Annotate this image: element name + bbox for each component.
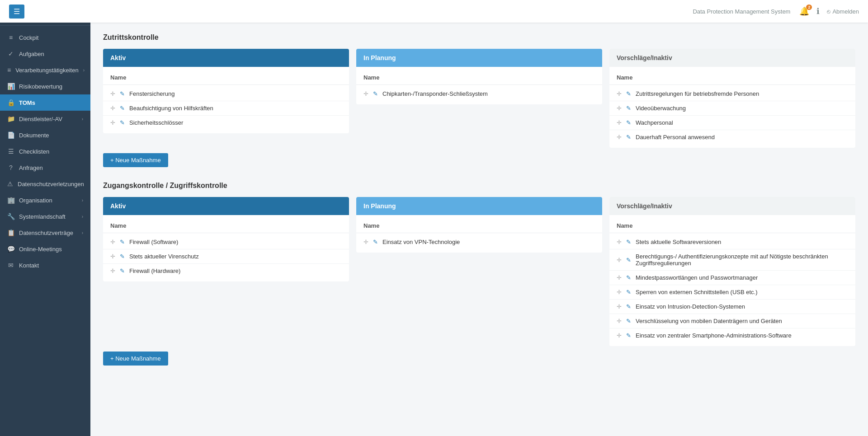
section-zugangskontrolle: Zugangskontrolle / ZugriffskontrolleAkti… (103, 182, 855, 366)
sidebar-item-dokumente[interactable]: 📄 Dokumente (0, 127, 90, 143)
card-col-header: Name (609, 70, 855, 85)
sidebar-item-dienstleister-av[interactable]: 📁 Dienstleister/-AV › (0, 111, 90, 127)
sidebar-item-systemlandschaft[interactable]: 🔧 Systemlandschaft › (0, 208, 90, 225)
sidebar-item-risikobewertung[interactable]: 📊 Risikobewertung (0, 78, 90, 94)
section-zutrittskontrolle: ZutrittskontrolleAktivName ✛ ✎ Fenstersi… (103, 33, 855, 167)
card-header-vorschlag: Vorschläge/Inaktiv (609, 49, 855, 67)
drag-handle-icon[interactable]: ✛ (617, 119, 622, 126)
row-text: Firewall (Hardware) (129, 267, 342, 274)
card-body: Name ✛ ✎ Chipkarten-/Transponder-Schließ… (356, 67, 602, 104)
edit-icon[interactable]: ✎ (626, 90, 631, 97)
card-row: ✛ ✎ Berechtigungs-/ Authentifizierungsko… (609, 249, 855, 271)
section-title: Zugangskontrolle / Zugriffskontrolle (103, 182, 855, 190)
edit-icon[interactable]: ✎ (120, 119, 125, 126)
dienstleister-av-icon: 📁 (7, 115, 14, 122)
card-row: ✛ ✎ Wachpersonal (609, 116, 855, 130)
risikobewertung-icon: 📊 (7, 83, 14, 90)
card-body: Name ✛ ✎ Einsatz von VPN-Technologie (356, 215, 602, 253)
drag-handle-icon[interactable]: ✛ (617, 332, 622, 339)
sidebar-item-label: Dokumente (19, 132, 49, 139)
edit-icon[interactable]: ✎ (626, 274, 631, 281)
sidebar-item-datenschutzvertraege[interactable]: 📋 Datenschutzverträge › (0, 225, 90, 241)
drag-handle-icon[interactable]: ✛ (617, 274, 622, 281)
edit-icon[interactable]: ✎ (626, 239, 631, 245)
sidebar-item-label: Anfragen (19, 164, 43, 171)
drag-handle-icon[interactable]: ✛ (617, 105, 622, 112)
drag-handle-icon[interactable]: ✛ (110, 267, 115, 274)
drag-handle-icon[interactable]: ✛ (363, 239, 368, 245)
drag-handle-icon[interactable]: ✛ (617, 134, 622, 141)
drag-handle-icon[interactable]: ✛ (617, 303, 622, 310)
card-header-vorschlag: Vorschläge/Inaktiv (609, 197, 855, 215)
edit-icon[interactable]: ✎ (120, 267, 125, 274)
sidebar-item-organisation[interactable]: 🏢 Organisation › (0, 192, 90, 208)
sidebar-item-toms[interactable]: 🔒 TOMs (0, 94, 90, 111)
info-icon[interactable]: ℹ (816, 6, 820, 16)
edit-icon[interactable]: ✎ (626, 257, 631, 263)
sidebar-item-label: Organisation (19, 197, 52, 204)
add-massnahme-button[interactable]: + Neue Maßnahme (103, 352, 168, 366)
drag-handle-icon[interactable]: ✛ (617, 90, 622, 97)
sidebar-item-online-meetings[interactable]: 💬 Online-Meetings (0, 241, 90, 257)
edit-icon[interactable]: ✎ (626, 119, 631, 126)
card-col-header: Name (356, 219, 602, 233)
edit-icon[interactable]: ✎ (626, 134, 631, 141)
drag-handle-icon[interactable]: ✛ (110, 90, 115, 97)
card-row: ✛ ✎ Videoüberwachung (609, 101, 855, 116)
drag-handle-icon[interactable]: ✛ (617, 289, 622, 295)
sidebar-item-aufgaben[interactable]: ✓ Aufgaben (0, 46, 90, 62)
card-aktiv: AktivName ✛ ✎ Firewall (Software) ✛ ✎ St… (103, 197, 349, 281)
card-row: ✛ ✎ Stets aktuelle Softwareversionen (609, 235, 855, 249)
card-row: ✛ ✎ Dauerhaft Personal anwesend (609, 130, 855, 144)
logout-button[interactable]: ⎋ Abmelden (827, 8, 859, 15)
card-row: ✛ ✎ Firewall (Hardware) (103, 264, 349, 278)
sidebar-item-label: Dienstleister/-AV (19, 116, 62, 122)
card-row: ✛ ✎ Firewall (Software) (103, 235, 349, 249)
sidebar-item-label: Verarbeitungstätigkeiten (15, 67, 78, 74)
toms-icon: 🔒 (7, 99, 14, 106)
row-text: Stets aktuelle Softwareversionen (636, 239, 848, 245)
edit-icon[interactable]: ✎ (120, 105, 125, 112)
row-text: Chipkarten-/Transponder-Schließsystem (382, 90, 595, 97)
edit-icon[interactable]: ✎ (626, 289, 631, 295)
sidebar-item-label: Cockpit (19, 34, 38, 41)
row-text: Fenstersicherung (129, 90, 342, 97)
chevron-right-icon: › (83, 68, 85, 73)
drag-handle-icon[interactable]: ✛ (617, 318, 622, 324)
card-row: ✛ ✎ Zutrittsregelungen für betriebsfremd… (609, 87, 855, 101)
sidebar-item-verarbeitungstaetigkeiten[interactable]: ≡ Verarbeitungstätigkeiten › (0, 62, 90, 78)
drag-handle-icon[interactable]: ✛ (110, 105, 115, 112)
card-body: Name ✛ ✎ Fenstersicherung ✛ ✎ Beaufsicht… (103, 67, 349, 133)
edit-icon[interactable]: ✎ (626, 332, 631, 339)
edit-icon[interactable]: ✎ (120, 253, 125, 260)
card-vorschlag: Vorschläge/InaktivName ✛ ✎ Stets aktuell… (609, 197, 855, 346)
sidebar-nav: ≡ Cockpit ✓ Aufgaben ≡ Verarbeitungstäti… (0, 26, 90, 436)
notifications-icon[interactable]: 🔔 2 (799, 6, 809, 16)
add-massnahme-button[interactable]: + Neue Maßnahme (103, 153, 168, 167)
edit-icon[interactable]: ✎ (120, 90, 125, 97)
edit-icon[interactable]: ✎ (626, 105, 631, 112)
drag-handle-icon[interactable]: ✛ (363, 90, 368, 97)
sidebar-item-label: Checklisten (19, 148, 49, 155)
edit-icon[interactable]: ✎ (373, 239, 378, 245)
sidebar-item-kontakt[interactable]: ✉ Kontakt (0, 257, 90, 273)
sidebar-item-label: Online-Meetings (19, 246, 62, 253)
drag-handle-icon[interactable]: ✛ (110, 239, 115, 245)
drag-handle-icon[interactable]: ✛ (110, 253, 115, 260)
sidebar-item-anfragen[interactable]: ? Anfragen (0, 159, 90, 176)
edit-icon[interactable]: ✎ (373, 90, 378, 97)
edit-icon[interactable]: ✎ (626, 303, 631, 310)
menu-button[interactable]: ☰ (9, 5, 24, 19)
sidebar-item-label: Risikobewertung (19, 83, 62, 90)
edit-icon[interactable]: ✎ (120, 239, 125, 245)
card-body: Name ✛ ✎ Firewall (Software) ✛ ✎ Stets a… (103, 215, 349, 281)
edit-icon[interactable]: ✎ (626, 318, 631, 324)
sidebar-item-label: Datenschutzverträge (19, 230, 73, 236)
sidebar-item-cockpit[interactable]: ≡ Cockpit (0, 29, 90, 46)
card-row: ✛ ✎ Fenstersicherung (103, 87, 349, 101)
sidebar-item-datenschutzverletzungen[interactable]: ⚠ Datenschutzverletzungen (0, 176, 90, 192)
sidebar-item-checklisten[interactable]: ☰ Checklisten (0, 143, 90, 159)
drag-handle-icon[interactable]: ✛ (617, 239, 622, 245)
drag-handle-icon[interactable]: ✛ (617, 257, 622, 263)
drag-handle-icon[interactable]: ✛ (110, 119, 115, 126)
